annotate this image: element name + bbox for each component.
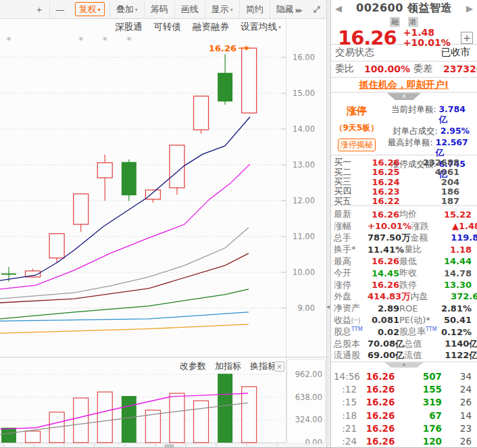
- stat-label: 总值: [404, 338, 445, 350]
- stat-label: 金额: [410, 232, 451, 244]
- stat-value: 16.26: [368, 209, 399, 220]
- limit-up-streak: （9天5板）: [335, 122, 379, 134]
- overlay-label: 叠加: [116, 4, 134, 14]
- time-sales-row: :2416.2612026: [334, 435, 472, 448]
- limit-up-stat-row: 封单占成交:2.95%: [381, 126, 473, 137]
- weicha-label: 委差: [413, 63, 443, 75]
- stat-label: 涨跌: [411, 220, 452, 232]
- buy-order-volume: 204: [408, 177, 459, 187]
- stat-value: 2.89: [368, 303, 399, 314]
- stat-value: 0.081: [368, 315, 399, 325]
- tick-count: 26: [442, 436, 472, 447]
- stat-value: 372.67万: [451, 291, 477, 303]
- next-stock-button[interactable]: ▶: [466, 3, 473, 14]
- stat-label: 今开: [334, 267, 368, 279]
- stat-label: 净资产: [334, 302, 368, 314]
- tick-volume: 319: [404, 397, 442, 407]
- tick-count: 34: [442, 371, 472, 382]
- convertible-bond-button[interactable]: 可转债: [154, 21, 182, 33]
- collapse-ticks-button[interactable]: ▴: [384, 362, 424, 368]
- stat-value: 13.30: [440, 280, 472, 290]
- simple-mode-button[interactable]: 简约: [239, 1, 270, 18]
- chips-button[interactable]: 筹码: [144, 1, 174, 18]
- switch-indicator-button[interactable]: 换指标: [250, 360, 276, 372]
- buy-order-row[interactable]: 买五16.22187: [331, 195, 477, 205]
- candlestick-chart[interactable]: 16.0015.0014.0013.0012.0011.0010.009.009…: [0, 0, 326, 448]
- ma-setting-button[interactable]: 设置均线▾: [241, 21, 281, 33]
- stat-label: 股息率TTM: [399, 326, 440, 338]
- zoom-out-button[interactable]: —: [49, 1, 70, 18]
- tick-price: 16.26: [357, 371, 404, 382]
- collapse-section-button[interactable]: ∧: [387, 93, 421, 100]
- stat-label: ROE: [399, 303, 440, 314]
- tick-volume: 507: [404, 371, 442, 382]
- sz-connect-button[interactable]: 深股通: [115, 21, 143, 33]
- section-divider: ▴: [331, 362, 477, 368]
- stock-trading-app: 16.0015.0014.0013.0012.0011.0010.009.009…: [0, 0, 477, 448]
- svg-text:13.00: 13.00: [293, 160, 315, 170]
- svg-text:✳: ✳: [126, 35, 132, 43]
- tick-time: 14:56: [334, 371, 357, 382]
- tick-count: 14: [442, 410, 472, 421]
- svg-text:12.00: 12.00: [293, 196, 315, 205]
- hide-panel-button[interactable]: 隐藏▶▶: [270, 1, 307, 18]
- stock-name: 领益智造: [407, 1, 452, 14]
- add-to-watchlist-button[interactable]: +: [461, 32, 473, 44]
- buy-order-row[interactable]: 买一16.26232688: [331, 156, 477, 166]
- stat-label: 最新: [334, 208, 368, 220]
- stat-value: 2.81%: [440, 303, 472, 314]
- stat-row: 总手787.50万金额119.88亿: [334, 232, 472, 243]
- margin-trading-button[interactable]: 融资融券: [193, 21, 229, 33]
- buy-order-row[interactable]: 买四16.23186: [331, 185, 477, 195]
- stat-label: 涨停: [334, 279, 368, 291]
- stat-value: +10.01%: [368, 221, 411, 231]
- svg-text:14.00: 14.00: [293, 124, 315, 134]
- stat-value: 70.08亿: [368, 338, 404, 350]
- tick-time: :15: [334, 397, 357, 407]
- double-arrow-right-icon: ▶▶: [296, 7, 301, 14]
- svg-text:✳: ✳: [102, 35, 107, 43]
- tick-volume: 67: [404, 410, 442, 421]
- stat-row: 收益㈠0.081PE(动)*50.41: [334, 314, 472, 326]
- margin-badge: 融: [390, 17, 400, 27]
- tick-price: 16.26: [357, 384, 404, 395]
- display-button[interactable]: 显示▾: [205, 1, 239, 18]
- draw-line-button[interactable]: 画线: [174, 1, 205, 18]
- buy-order-volume: 187: [408, 196, 459, 206]
- stat-row: 换手*11.41%量比1.18: [334, 243, 472, 255]
- add-indicator-button[interactable]: 加指标: [215, 360, 241, 372]
- panel-splitter[interactable]: ◂: [326, 0, 331, 448]
- overlay-button[interactable]: 叠加▾: [109, 1, 144, 18]
- tick-volume: 120: [404, 436, 442, 447]
- tick-price: 16.26: [357, 423, 404, 434]
- buy-order-row[interactable]: 买三16.24204: [331, 176, 477, 185]
- svg-text:16.00: 16.00: [293, 53, 315, 62]
- stat-value: 787.50万: [368, 232, 410, 244]
- trade-status-value: 已收市: [441, 46, 471, 59]
- prev-stock-button[interactable]: ◀: [335, 3, 342, 14]
- tick-count: 24: [442, 384, 472, 395]
- limit-up-reveal-button[interactable]: 涨停揭秘: [338, 139, 376, 151]
- limit-up-stat-label: 封单占成交:: [381, 126, 438, 137]
- limit-up-stat-value: 2.95%: [441, 126, 470, 137]
- weicha-value: 237326: [443, 64, 477, 74]
- time-sales-row: :1216.2615524: [334, 383, 472, 396]
- adjust-price-button[interactable]: 复权▾: [75, 2, 105, 16]
- weibi-label: 委比: [335, 63, 361, 75]
- close-volume-pane-button[interactable]: ×: [274, 362, 284, 372]
- zoom-in-button[interactable]: ＋: [29, 1, 49, 18]
- buy-order-price: 16.23: [363, 186, 408, 197]
- collapse-panel-icon[interactable]: ◂: [326, 303, 330, 310]
- trade-status-label: 交易状态: [335, 46, 374, 59]
- stat-value: 11.41%: [368, 245, 404, 255]
- open-account-link[interactable]: 抓住机会，即刻开户!: [359, 79, 449, 90]
- stat-value: ▲1.48: [452, 221, 477, 231]
- stat-label: 股息TTM: [334, 326, 368, 338]
- time-sales-row: :1816.266714: [334, 409, 472, 422]
- buy-order-row[interactable]: 买二16.254061: [331, 166, 477, 176]
- edit-params-button[interactable]: 改参数: [180, 360, 206, 372]
- buy-orders-section: 买一16.26232688买二16.254061买三16.24204买四16.2…: [331, 155, 477, 206]
- tick-price: 16.26: [357, 397, 404, 407]
- stat-row: 最新16.26均价15.22: [334, 208, 472, 220]
- fullscreen-icon[interactable]: [311, 4, 322, 15]
